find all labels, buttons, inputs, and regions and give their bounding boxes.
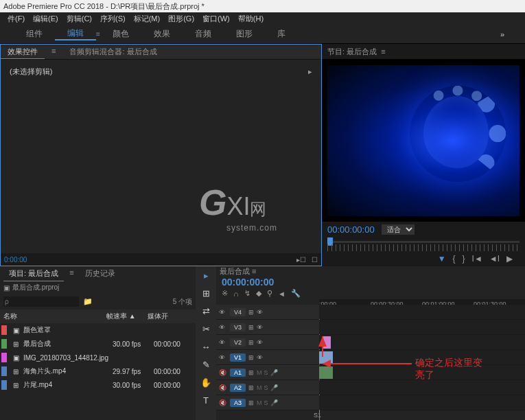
menu-marker[interactable]: 标记(M) — [130, 12, 165, 25]
menu-file[interactable]: 件(F) — [3, 12, 29, 25]
track-content[interactable] — [319, 320, 525, 334]
workspace-effects[interactable]: 效果 — [141, 28, 183, 40]
play-icon[interactable]: ▸ — [308, 67, 312, 76]
tl-marker-icon[interactable]: ↯ — [244, 289, 250, 298]
mic-icon[interactable]: 🎤 — [270, 384, 278, 391]
project-item[interactable]: ⊞ 海角片头.mp4 29.97 fps 00:00:00 — [0, 364, 196, 378]
solo-button[interactable]: S — [264, 399, 268, 406]
program-scrubber[interactable] — [327, 237, 520, 251]
output-icon[interactable]: 👁 — [257, 354, 265, 361]
tl-wrench-icon[interactable]: ⚲ — [267, 289, 272, 298]
tl-insert-icon[interactable]: ◆ — [256, 289, 261, 298]
type-tool[interactable]: T — [200, 394, 212, 406]
output-icon[interactable]: 👁 — [257, 309, 265, 316]
solo-button[interactable]: S — [264, 369, 268, 376]
mark-in-button[interactable]: { — [453, 254, 456, 264]
mic-icon[interactable]: 🎤 — [270, 369, 278, 376]
ripple-tool[interactable]: ⇄ — [200, 305, 212, 317]
workspace-library[interactable]: 库 — [265, 28, 298, 40]
pen-tool[interactable]: ✎ — [200, 358, 212, 371]
tl-ctrl6[interactable]: ◄ — [278, 290, 285, 298]
mute-button[interactable]: M — [257, 384, 262, 391]
program-menu-icon[interactable]: ≡ — [381, 47, 385, 56]
tab-effect-controls[interactable]: 效果控件 — [1, 45, 45, 59]
track-content[interactable] — [319, 350, 525, 364]
mute-button[interactable]: M — [257, 369, 262, 376]
col-name[interactable]: 名称 — [3, 312, 106, 321]
track-label[interactable]: A1 — [230, 369, 246, 377]
folder-icon[interactable]: 📁 — [83, 297, 93, 306]
fx-icon[interactable]: ⊞ — [248, 309, 254, 316]
output-icon[interactable]: 👁 — [257, 339, 265, 346]
project-item[interactable]: ⊞ 片尾.mp4 30.00 fps 00:00:00 — [0, 378, 196, 392]
project-search-input[interactable] — [3, 296, 79, 307]
menu-clip[interactable]: 剪辑(C) — [62, 12, 96, 25]
fx-icon[interactable]: ⊞ — [248, 354, 254, 361]
eye-icon[interactable]: 👁 — [219, 354, 227, 361]
tab-project[interactable]: 项目: 最后合成 — [3, 266, 64, 281]
menu-help[interactable]: 帮助(H) — [234, 12, 268, 25]
effect-controls-menu-icon[interactable]: ≡ — [45, 45, 62, 59]
track-select-tool[interactable]: ⊞ — [200, 287, 212, 299]
output-icon[interactable]: 👁 — [257, 324, 265, 331]
workspace-editing[interactable]: 编辑 — [55, 27, 96, 40]
tl-settings-icon[interactable]: 🔧 — [291, 289, 301, 298]
mute-button[interactable]: M — [257, 399, 262, 406]
track-label[interactable]: V3 — [230, 323, 246, 331]
project-item[interactable]: ▣ 颜色遮罩 — [0, 323, 196, 337]
slip-tool[interactable]: ↔ — [200, 340, 212, 353]
workspace-graphics[interactable]: 图形 — [224, 28, 265, 40]
effect-icon-1[interactable]: ▸☐ — [296, 256, 306, 264]
eye-icon[interactable]: 👁 — [219, 309, 227, 316]
track-content[interactable] — [319, 305, 525, 319]
menu-window[interactable]: 窗口(W) — [198, 12, 234, 25]
workspace-audio[interactable]: 音频 — [183, 28, 224, 40]
program-viewport[interactable] — [322, 59, 525, 222]
project-item[interactable]: ▣ IMG_20180703_144812.jpg — [0, 351, 196, 364]
timeline-ruler[interactable]: :00:0000:00:30:0000:01:00:0000:01:30:000… — [319, 299, 525, 305]
project-item[interactable]: ⊞ 最后合成 30.00 fps 00:00:00 — [0, 337, 196, 351]
menu-edit[interactable]: 编辑(E) — [29, 12, 62, 25]
track-label[interactable]: V2 — [230, 338, 246, 347]
track-label[interactable]: V4 — [230, 308, 246, 316]
fx-icon[interactable]: ⊞ — [248, 369, 254, 376]
tab-audio-mixer[interactable]: 音频剪辑混合器: 最后合成 — [62, 45, 163, 59]
eye-icon[interactable]: 👁 — [219, 339, 227, 346]
mute-icon[interactable]: 🔇 — [219, 399, 227, 406]
hand-tool[interactable]: ✋ — [200, 376, 212, 388]
effect-icon-2[interactable]: ☐ — [312, 256, 318, 264]
mute-icon[interactable]: 🔇 — [219, 384, 227, 391]
razor-tool[interactable]: ✂ — [200, 323, 212, 335]
mark-out-button[interactable]: } — [463, 254, 465, 264]
menu-sequence[interactable]: 序列(S) — [96, 12, 130, 25]
selection-tool[interactable]: ▸ — [200, 269, 212, 281]
zoom-select[interactable]: 适合 — [382, 224, 415, 235]
fx-icon[interactable]: ⊞ — [248, 399, 254, 406]
fx-icon[interactable]: ⊞ — [248, 339, 254, 346]
go-prev-button[interactable]: I◄ — [472, 254, 482, 264]
track-label[interactable]: A3 — [230, 399, 246, 407]
track-label[interactable]: A2 — [230, 384, 246, 392]
track-label[interactable]: V1 — [230, 353, 246, 362]
col-media[interactable]: 媒体开 — [148, 312, 192, 321]
workspace-more[interactable]: » — [493, 30, 511, 38]
track-content[interactable] — [319, 395, 525, 410]
add-marker-button[interactable]: ▼ — [438, 254, 446, 264]
program-tab[interactable]: 节目: 最后合成 — [327, 47, 377, 57]
mute-icon[interactable]: 🔇 — [219, 369, 227, 376]
tab-history[interactable]: 历史记录 — [80, 266, 121, 281]
project-menu-icon[interactable]: ≡ — [64, 266, 79, 281]
tl-link-icon[interactable]: ∩ — [233, 290, 239, 298]
menu-graphics[interactable]: 图形(G) — [164, 12, 198, 25]
workspace-color[interactable]: 颜色 — [100, 28, 141, 40]
track-content[interactable] — [319, 335, 525, 349]
program-timecode[interactable]: 00:00:00:00 — [327, 224, 375, 235]
track-content[interactable] — [319, 380, 525, 395]
timeline-tab[interactable]: 最后合成 ≡ — [220, 266, 256, 277]
track-content[interactable] — [319, 365, 525, 380]
step-back-button[interactable]: ◄I — [489, 254, 500, 264]
mic-icon[interactable]: 🎤 — [270, 399, 278, 406]
col-fps[interactable]: 帧速率 ▲ — [106, 312, 148, 321]
fx-icon[interactable]: ⊞ — [248, 384, 254, 391]
timeline-timecode[interactable]: 00:00:00:00 — [216, 277, 525, 288]
